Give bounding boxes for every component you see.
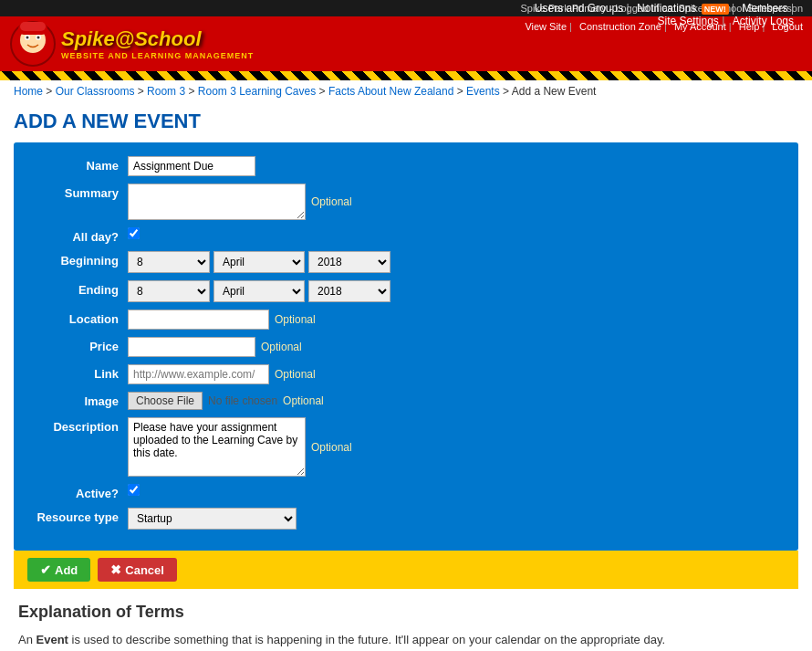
add-icon: ✔ bbox=[40, 562, 51, 577]
location-field: Optional bbox=[128, 310, 785, 330]
add-label: Add bbox=[55, 563, 78, 577]
name-label: Name bbox=[27, 156, 128, 173]
resource-row: Resource type Startup Normal bbox=[27, 508, 785, 530]
summary-input[interactable] bbox=[128, 184, 306, 220]
explanation-intro: An Event is used to describe something t… bbox=[18, 631, 794, 649]
mascot-icon bbox=[9, 20, 57, 68]
header: Spike@School WEBSITE AND LEARNING MANAGE… bbox=[0, 16, 812, 71]
beginning-label: Beginning bbox=[27, 251, 128, 268]
ending-field: 8 12345 67910 1112131415 1617181920 2122… bbox=[128, 280, 785, 302]
beginning-row: Beginning 8 12345 67910 1112131415 16171… bbox=[27, 251, 785, 273]
image-row: Image Choose File No file chosen Optiona… bbox=[27, 392, 785, 410]
breadcrumb-home[interactable]: Home bbox=[14, 85, 43, 98]
ending-month-select[interactable]: JanuaryFebruaryMarch AprilMayJune JulyAu… bbox=[213, 280, 305, 302]
description-input[interactable]: Please have your assignment uploaded to … bbox=[128, 417, 306, 477]
allday-label: All day? bbox=[27, 227, 128, 244]
notifications-link[interactable]: Notifications bbox=[637, 2, 696, 15]
beginning-month-select[interactable]: JanuaryFebruaryMarch AprilMayJune JulyAu… bbox=[213, 251, 305, 273]
resource-label: Resource type bbox=[27, 508, 128, 524]
breadcrumb-events[interactable]: Events bbox=[466, 85, 500, 98]
beginning-field: 8 12345 67910 1112131415 1617181920 2122… bbox=[128, 251, 785, 273]
users-groups-link[interactable]: Users and Groups bbox=[535, 2, 623, 15]
name-field bbox=[128, 156, 785, 176]
link-field: Optional bbox=[128, 364, 785, 384]
nav-row2: Users and Groups | Notifications NEW! | … bbox=[520, 2, 794, 27]
description-field: Please have your assignment uploaded to … bbox=[128, 417, 785, 477]
site-settings-link[interactable]: Site Settings bbox=[657, 15, 718, 27]
explanation-title: Explanation of Terms bbox=[18, 603, 794, 622]
logo-school: School bbox=[134, 27, 201, 50]
price-optional: Optional bbox=[261, 341, 302, 353]
members-link[interactable]: Members bbox=[743, 2, 788, 15]
event-form: Name Summary Optional All day? Beginning… bbox=[14, 142, 798, 551]
breadcrumb-facts-nz[interactable]: Facts About New Zealand bbox=[328, 85, 453, 98]
logo-subtitle: WEBSITE AND LEARNING MANAGEMENT bbox=[61, 51, 254, 60]
description-row: Description Please have your assignment … bbox=[27, 417, 785, 477]
breadcrumb-current: Add a New Event bbox=[512, 85, 597, 98]
svg-point-4 bbox=[26, 37, 29, 39]
price-row: Price Optional bbox=[27, 337, 785, 357]
beginning-year-select[interactable]: 2017201820192020 bbox=[308, 251, 390, 273]
active-field bbox=[128, 484, 785, 496]
ending-row: Ending 8 12345 67910 1112131415 16171819… bbox=[27, 280, 785, 302]
top-nav: View Site | Construction Zone | My Accou… bbox=[520, 21, 803, 32]
stripe-divider bbox=[0, 71, 812, 80]
link-label: Link bbox=[27, 364, 128, 381]
ending-label: Ending bbox=[27, 280, 128, 297]
cancel-button[interactable]: ✖ Cancel bbox=[98, 558, 177, 582]
price-label: Price bbox=[27, 337, 128, 353]
description-optional: Optional bbox=[311, 441, 352, 454]
choose-file-button[interactable]: Choose File bbox=[128, 392, 203, 410]
allday-field bbox=[128, 227, 785, 239]
logo-area: Spike@School WEBSITE AND LEARNING MANAGE… bbox=[0, 16, 263, 72]
location-label: Location bbox=[27, 310, 128, 326]
summary-optional: Optional bbox=[311, 195, 352, 208]
breadcrumb-room3[interactable]: Room 3 bbox=[147, 85, 185, 98]
action-bar: ✔ Add ✖ Cancel bbox=[14, 551, 798, 589]
allday-row: All day? bbox=[27, 227, 785, 244]
summary-label: Summary bbox=[27, 184, 128, 200]
page-title: ADD A NEW EVENT bbox=[0, 102, 812, 142]
breadcrumb-classrooms[interactable]: Our Classrooms bbox=[56, 85, 135, 98]
cancel-icon: ✖ bbox=[110, 562, 121, 577]
no-file-label: No file chosen bbox=[208, 394, 277, 407]
event-bold: Event bbox=[36, 633, 68, 646]
name-input[interactable] bbox=[128, 156, 255, 176]
image-label: Image bbox=[27, 392, 128, 408]
add-button[interactable]: ✔ Add bbox=[27, 558, 90, 582]
image-field: Choose File No file chosen Optional bbox=[128, 392, 785, 410]
logo-spike: Spike bbox=[61, 27, 115, 50]
svg-point-5 bbox=[37, 37, 40, 39]
beginning-day-select[interactable]: 8 12345 67910 1112131415 1617181920 2122… bbox=[128, 251, 210, 273]
link-row: Link Optional bbox=[27, 364, 785, 384]
price-input[interactable] bbox=[128, 337, 255, 357]
summary-field: Optional bbox=[128, 184, 785, 220]
active-label: Active? bbox=[27, 484, 128, 500]
link-optional: Optional bbox=[275, 368, 316, 381]
link-input[interactable] bbox=[128, 364, 269, 384]
cancel-label: Cancel bbox=[125, 563, 164, 577]
location-input[interactable] bbox=[128, 310, 269, 330]
image-optional: Optional bbox=[283, 394, 324, 407]
ending-day-select[interactable]: 8 12345 67910 1112131415 1617181920 2122… bbox=[128, 280, 210, 302]
activity-logs-link[interactable]: Activity Logs bbox=[733, 15, 794, 27]
explanation-section: Explanation of Terms An Event is used to… bbox=[0, 589, 812, 651]
location-row: Location Optional bbox=[27, 310, 785, 330]
ending-year-select[interactable]: 2017201820192020 bbox=[308, 280, 390, 302]
resource-field: Startup Normal bbox=[128, 508, 785, 530]
breadcrumb-learning-caves[interactable]: Room 3 Learning Caves bbox=[198, 85, 316, 98]
description-label: Description bbox=[27, 417, 128, 434]
active-row: Active? bbox=[27, 484, 785, 500]
resource-select[interactable]: Startup Normal bbox=[128, 508, 297, 530]
breadcrumb: Home > Our Classrooms > Room 3 > Room 3 … bbox=[0, 80, 812, 102]
new-badge: NEW! bbox=[702, 4, 729, 15]
price-field: Optional bbox=[128, 337, 785, 357]
location-optional: Optional bbox=[275, 313, 316, 326]
logo-title: Spike@School bbox=[61, 27, 254, 51]
allday-checkbox[interactable] bbox=[128, 227, 140, 239]
svg-rect-7 bbox=[20, 22, 46, 31]
logo-at: @ bbox=[115, 27, 134, 50]
summary-row: Summary Optional bbox=[27, 184, 785, 220]
name-row: Name bbox=[27, 156, 785, 176]
active-checkbox[interactable] bbox=[128, 484, 140, 496]
